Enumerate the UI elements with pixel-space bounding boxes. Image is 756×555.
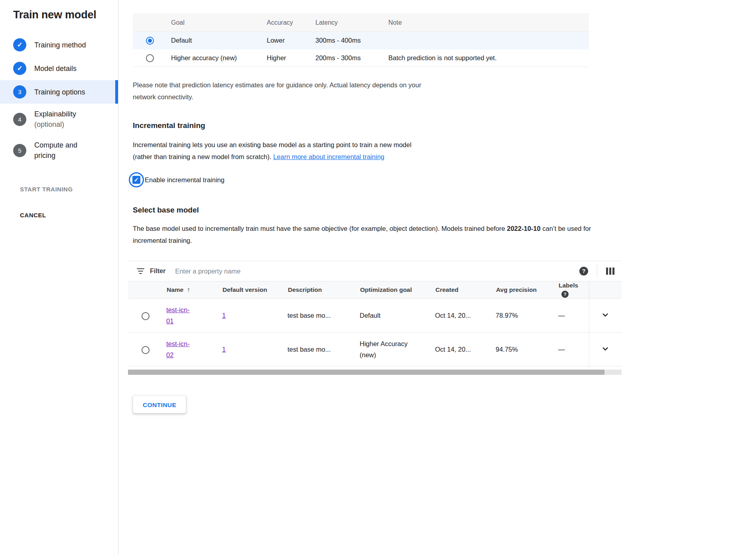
labels-cell: — bbox=[558, 299, 589, 333]
column-header-created: Created bbox=[435, 281, 496, 299]
sidebar-item-compute-and-pricing[interactable]: 5 Compute and pricing bbox=[0, 135, 118, 166]
step-label-compute-and-pricing: Compute and pricing bbox=[34, 140, 94, 161]
radio-model-test-icn-01[interactable] bbox=[142, 312, 150, 320]
column-header-avg-precision: Avg precision bbox=[496, 281, 558, 299]
step-label-explainability: Explainability bbox=[34, 110, 76, 118]
enable-incremental-training-row: ✓ Enable incremental training bbox=[129, 172, 740, 187]
stepper-sidebar: Train new model ✓ Training method ✓ Mode… bbox=[0, 0, 118, 555]
model-row-test-icn-01[interactable]: test-icn-01 1 test base mo... Default Oc… bbox=[128, 299, 622, 333]
description-cell: test base mo... bbox=[287, 333, 360, 366]
column-display-options-icon[interactable] bbox=[606, 268, 614, 275]
column-header-optimization-goal: Optimization goal bbox=[360, 281, 435, 299]
note-cell: Batch prediction is not supported yet. bbox=[388, 49, 589, 67]
step-label-training-options: Training options bbox=[34, 87, 85, 97]
created-cell: Oct 14, 20... bbox=[435, 299, 496, 333]
cancel-button[interactable]: CANCEL bbox=[20, 212, 46, 218]
step-number-icon: 4 bbox=[13, 113, 26, 126]
default-version-link[interactable]: 1 bbox=[222, 312, 226, 319]
column-header-note: Note bbox=[388, 14, 589, 32]
goal-row-default[interactable]: Default Lower 300ms - 400ms bbox=[133, 32, 589, 49]
checkbox-label: Enable incremental training bbox=[145, 176, 224, 184]
radio-goal-default[interactable] bbox=[146, 37, 154, 45]
filter-label: Filter bbox=[150, 268, 165, 275]
step-sublabel-optional: (optional) bbox=[34, 120, 64, 128]
help-icon[interactable]: ? bbox=[579, 267, 588, 276]
sidebar-item-explainability[interactable]: 4 Explainability (optional) bbox=[0, 104, 118, 135]
goal-radio-column-header bbox=[133, 14, 171, 32]
checkbox-focus-ring: ✓ bbox=[129, 172, 144, 187]
model-name-link[interactable]: test-icn-01 bbox=[166, 304, 197, 327]
horizontal-scrollbar[interactable] bbox=[128, 370, 622, 375]
default-version-link[interactable]: 1 bbox=[222, 346, 226, 353]
filter-bar: Filter ? bbox=[128, 261, 622, 281]
sidebar-item-training-options[interactable]: 3 Training options bbox=[0, 80, 118, 104]
start-training-button[interactable]: START TRAINING bbox=[20, 186, 73, 193]
row-expand-column-header bbox=[589, 281, 622, 299]
created-cell: Oct 14, 20... bbox=[435, 333, 496, 366]
avg-precision-cell: 94.75% bbox=[496, 333, 558, 366]
expand-row-button[interactable] bbox=[598, 307, 613, 324]
accuracy-cell: Lower bbox=[266, 32, 315, 49]
base-model-description: The base model used to incrementally tra… bbox=[133, 222, 617, 246]
optimization-goal-cell: Higher Accuracy (new) bbox=[360, 338, 413, 360]
goal-table-header-row: Goal Accuracy Latency Note bbox=[133, 14, 589, 32]
goal-table: Goal Accuracy Latency Note Default Lower… bbox=[133, 14, 589, 67]
column-header-default-version: Default version bbox=[222, 281, 287, 299]
step-number-icon: 5 bbox=[13, 144, 26, 157]
stepper: ✓ Training method ✓ Model details 3 Trai… bbox=[0, 33, 118, 166]
note-cell bbox=[388, 32, 589, 49]
labels-help-icon[interactable]: ? bbox=[561, 291, 569, 298]
incremental-training-description: Incremental training lets you use an exi… bbox=[133, 139, 432, 163]
filter-input[interactable] bbox=[174, 267, 579, 276]
step-label-training-method: Training method bbox=[34, 40, 86, 50]
column-header-accuracy: Accuracy bbox=[266, 14, 315, 32]
sidebar-item-model-details[interactable]: ✓ Model details bbox=[0, 57, 118, 80]
chevron-down-icon bbox=[600, 310, 610, 320]
goal-row-higher-accuracy[interactable]: Higher accuracy (new) Higher 200ms - 300… bbox=[133, 49, 589, 67]
latency-cell: 300ms - 400ms bbox=[315, 32, 388, 49]
divider bbox=[597, 264, 597, 278]
cutoff-date: 2022-10-10 bbox=[507, 225, 540, 232]
check-icon: ✓ bbox=[13, 62, 26, 75]
model-table-header-row: Name↑ Default version Description Optimi… bbox=[128, 281, 622, 299]
enable-incremental-training-checkbox[interactable]: ✓ bbox=[132, 176, 140, 184]
latency-disclaimer: Please note that prediction latency esti… bbox=[133, 79, 428, 103]
avg-precision-cell: 78.97% bbox=[496, 299, 558, 333]
optimization-goal-cell: Default bbox=[360, 299, 435, 333]
accuracy-cell: Higher bbox=[266, 49, 315, 67]
latency-cell: 200ms - 300ms bbox=[315, 49, 388, 67]
model-row-test-icn-02[interactable]: test-icn-02 1 test base mo... Higher Acc… bbox=[128, 333, 622, 366]
goal-cell: Default bbox=[171, 32, 266, 49]
base-model-table: Name↑ Default version Description Optimi… bbox=[128, 281, 622, 366]
train-new-model-page: Train new model ✓ Training method ✓ Mode… bbox=[0, 0, 756, 555]
column-header-labels: Labels? bbox=[558, 281, 589, 299]
base-model-table-block: Filter ? Name↑ Default version Des bbox=[128, 261, 622, 375]
step-number-icon: 3 bbox=[13, 85, 26, 98]
sidebar-actions: START TRAINING CANCEL bbox=[20, 186, 118, 218]
sidebar-item-training-method[interactable]: ✓ Training method bbox=[0, 33, 118, 57]
goal-cell: Higher accuracy (new) bbox=[171, 49, 266, 67]
column-header-description: Description bbox=[287, 281, 360, 299]
scrollbar-thumb[interactable] bbox=[128, 370, 604, 375]
model-name-link[interactable]: test-icn-02 bbox=[166, 338, 197, 360]
chevron-down-icon bbox=[600, 344, 610, 354]
expand-row-button[interactable] bbox=[598, 341, 613, 358]
column-header-name[interactable]: Name↑ bbox=[166, 281, 222, 299]
model-radio-column-header bbox=[128, 281, 166, 299]
filter-icon bbox=[137, 268, 144, 274]
column-header-latency: Latency bbox=[315, 14, 388, 32]
main-content: Goal Accuracy Latency Note Default Lower… bbox=[118, 0, 756, 555]
check-icon: ✓ bbox=[13, 38, 26, 51]
select-base-model-heading: Select base model bbox=[133, 206, 740, 215]
radio-model-test-icn-02[interactable] bbox=[142, 346, 150, 354]
check-icon: ✓ bbox=[134, 176, 139, 183]
column-header-goal: Goal bbox=[171, 14, 266, 32]
continue-button[interactable]: CONTINUE bbox=[133, 396, 186, 413]
radio-goal-higher-accuracy[interactable] bbox=[146, 54, 154, 62]
page-title: Train new model bbox=[13, 9, 118, 21]
sort-ascending-icon[interactable]: ↑ bbox=[187, 286, 190, 293]
step-label-model-details: Model details bbox=[34, 63, 77, 74]
learn-more-link[interactable]: Learn more about incremental training bbox=[273, 153, 384, 160]
description-cell: test base mo... bbox=[287, 299, 360, 333]
labels-cell: — bbox=[558, 333, 589, 366]
